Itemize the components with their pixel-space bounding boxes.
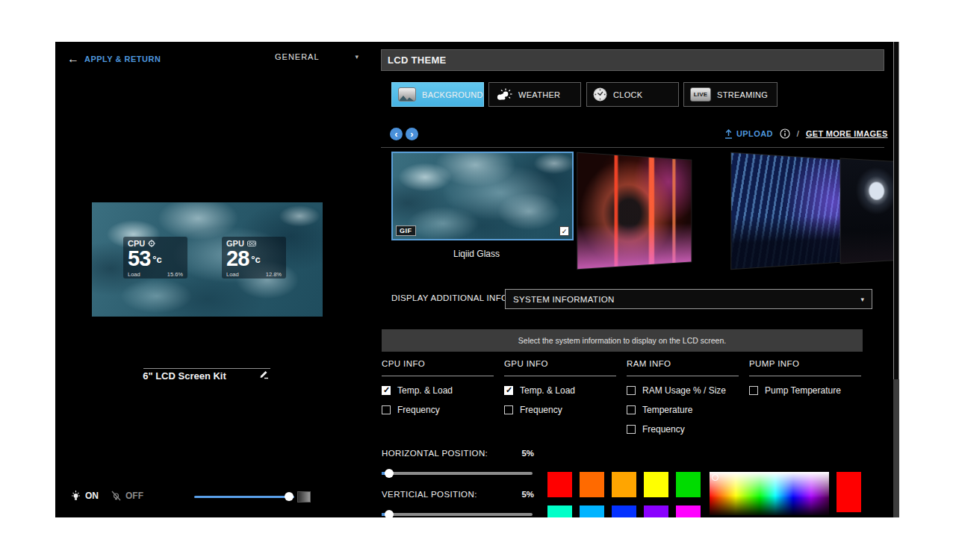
checkbox[interactable] [627,386,636,395]
thumbnail-moon[interactable] [840,158,899,264]
gallery-divider [381,147,884,148]
option-ram-usage[interactable]: RAM Usage % / Size [627,385,739,396]
color-swatch[interactable] [644,505,668,517]
horizontal-position-slider-thumb[interactable] [385,469,394,478]
edit-pencil-icon[interactable] [258,369,269,379]
lamp-off-label: OFF [125,491,143,501]
live-badge-icon: LIVE [690,87,711,102]
upload-label: UPLOAD [736,129,773,138]
option-cpu-frequency[interactable]: Frequency [382,405,494,415]
color-swatch[interactable] [676,472,701,497]
additional-info-select[interactable]: SYSTEM INFORMATION ▾ [505,289,872,309]
tab-weather[interactable]: WEATHER [488,82,581,107]
checkbox[interactable] [627,405,636,414]
cpu-load-value: 15.6% [167,271,183,278]
option-cpu-temp-load[interactable]: Temp. & Load [382,385,494,396]
option-ram-frequency[interactable]: Frequency [627,424,739,435]
checkbox[interactable] [382,386,391,395]
brightness-slider-track[interactable] [194,496,294,498]
color-swatch-row-2 [547,505,701,517]
lamp-on-toggle[interactable]: ON [70,490,99,502]
lamp-on-label: ON [85,491,99,501]
bulb-off-icon [111,490,122,502]
color-swatch[interactable] [644,472,668,497]
color-swatch[interactable] [612,472,636,497]
option-gpu-frequency[interactable]: Frequency [504,405,616,415]
vertical-position-slider-track[interactable] [382,513,533,516]
option-gpu-temp-load[interactable]: Temp. & Load [504,385,616,396]
profile-value: GENERAL [275,52,320,61]
gif-badge: GIF [396,225,416,236]
info-icon[interactable] [780,128,790,139]
horizontal-position-value: 5% [489,449,534,458]
color-swatch[interactable] [547,505,572,517]
display-additional-info-label: DISPLAY ADDITIONAL INFO [391,293,508,302]
gpu-temp-value: 28 [226,248,249,269]
scrollbar-thumb[interactable] [893,42,899,379]
checkbox[interactable] [382,405,391,414]
gpu-temp-unit: °c [251,249,260,270]
hint-bar: Select the system information to display… [382,329,863,352]
gpu-load-label: Load [226,271,239,278]
device-name-divider [143,368,270,369]
option-pump-temperature[interactable]: Pump Temperature [749,385,861,396]
horizontal-position-label: HORIZONTAL POSITION: [382,449,488,458]
device-name: 6" LCD Screen Kit [128,370,240,382]
profile-dropdown[interactable]: GENERAL ▾ [275,52,358,61]
column-rule [504,376,616,376]
lcd-theme-header: LCD THEME [381,49,884,71]
back-arrow-icon: ← [67,54,79,64]
option-ram-temperature[interactable]: Temperature [627,405,739,415]
cpu-info-title: CPU INFO [382,359,494,368]
tab-streaming[interactable]: LIVE STREAMING [683,82,777,107]
pump-info-title: PUMP INFO [749,359,861,368]
color-swatch[interactable] [547,472,572,497]
checkbox[interactable] [504,405,513,414]
gradient-picker-indicator [712,474,718,481]
thumbnail-checkbox[interactable]: ✓ [559,226,569,236]
apply-return-button[interactable]: ← APPLY & RETURN [67,54,161,64]
brightness-slider-thumb[interactable] [285,492,294,501]
color-gradient-picker[interactable] [710,472,829,515]
get-more-images-link[interactable]: GET MORE IMAGES [806,129,888,138]
column-rule [382,376,494,376]
hint-text: Select the system information to display… [518,336,726,345]
vertical-position-slider-thumb[interactable] [385,510,394,517]
carousel-prev-button[interactable]: ‹ [390,128,403,140]
horizontal-position-slider-track[interactable] [382,472,533,475]
checkbox[interactable] [627,425,636,434]
checkbox[interactable] [749,386,758,395]
apply-return-label: APPLY & RETURN [84,55,161,63]
thumbnail-neon[interactable] [577,152,692,270]
color-swatch[interactable] [612,505,636,517]
lamp-off-toggle[interactable]: OFF [111,490,143,502]
color-swatch[interactable] [676,505,701,517]
cpu-temp-unit: °c [152,249,161,270]
color-swatch[interactable] [580,472,604,497]
checkbox[interactable] [504,386,513,395]
gpu-info-title: GPU INFO [504,359,616,368]
scrollbar-track[interactable] [893,42,899,517]
tab-background-label: BACKGROUND [422,90,483,99]
cpu-info-column: CPU INFO Temp. & Load Frequency [382,359,494,415]
divider-slash: / [797,129,799,138]
ram-info-title: RAM INFO [627,359,739,368]
chevron-down-icon: ▾ [860,296,864,303]
color-swatch[interactable] [580,505,604,517]
upload-button[interactable]: UPLOAD [724,129,773,139]
carousel-next-button[interactable]: › [406,128,418,140]
tab-background[interactable]: BACKGROUND [391,82,484,107]
gpu-info-column: GPU INFO Temp. & Load Frequency [504,359,616,415]
cpu-stat-box: CPU 53 °c Load 15.6% [123,237,187,279]
thumbnail-city[interactable] [730,152,845,270]
image-icon [398,87,416,102]
upload-icon [724,129,733,139]
gpu-stat-box: GPU 28 °c Load 12.8% [222,237,286,279]
app-window: ← APPLY & RETURN GENERAL ▾ CPU [55,42,899,517]
thumbnail-liqiid-glass[interactable]: GIF ✓ [391,152,574,240]
tab-streaming-label: STREAMING [717,90,768,99]
clock-icon [593,87,607,102]
page: ← APPLY & RETURN GENERAL ▾ CPU [0,0,956,560]
tab-clock[interactable]: CLOCK [586,82,679,107]
lcd-preview: CPU 53 °c Load 15.6% [92,202,323,317]
